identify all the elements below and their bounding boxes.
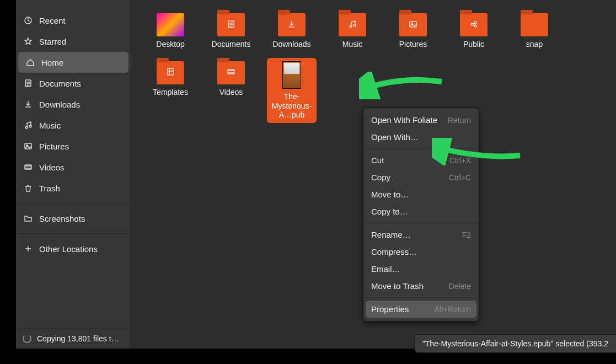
folder-icon (24, 214, 33, 223)
file-item[interactable]: Downloads (267, 10, 317, 52)
menu-item-shortcut: Return (448, 116, 471, 125)
menu-item-label: Move to… (371, 190, 409, 199)
file-label: Desktop (156, 40, 184, 49)
svg-point-3 (29, 125, 31, 127)
svg-point-8 (350, 25, 352, 28)
main-area[interactable]: DesktopDocumentsDownloadsMusicPicturesPu… (131, 0, 616, 349)
sidebar-item-trash[interactable]: Trash (16, 178, 131, 199)
menu-item-label: Properties (371, 304, 409, 314)
menu-item[interactable]: Open With… (363, 129, 479, 146)
menu-item-shortcut: Ctrl+X (449, 156, 471, 165)
sidebar-item-home[interactable]: Home (18, 52, 128, 73)
sidebar-item-music[interactable]: Music (16, 115, 131, 136)
menu-separator (363, 223, 479, 223)
menu-item-label: Cut (371, 156, 384, 165)
file-item[interactable]: The-Mysterious-A…pub (267, 58, 317, 123)
menu-separator (363, 148, 479, 149)
sidebar-item-label: Screenshots (39, 214, 85, 223)
svg-rect-15 (168, 68, 173, 75)
sidebar-item-label: Other Locations (39, 244, 98, 254)
copy-status: Copying 13,801 files t… (16, 328, 131, 349)
sidebar-item-label: Downloads (39, 100, 80, 109)
menu-item[interactable]: Copy to… (363, 203, 479, 220)
doc-icon (24, 79, 33, 88)
file-label: snap (526, 40, 543, 49)
video-icon (24, 163, 33, 172)
svg-point-14 (474, 25, 476, 27)
menu-item[interactable]: CopyCtrl+C (363, 169, 479, 186)
context-menu: Open With FoliateReturnOpen With…CutCtrl… (363, 108, 479, 322)
menu-item-shortcut: Alt+Return (434, 305, 471, 314)
sidebar-item-label: Starred (39, 37, 66, 46)
folder-icon (217, 61, 245, 84)
spinner-icon (23, 334, 31, 343)
folder-icon (339, 13, 366, 36)
sidebar-item-downloads[interactable]: Downloads (16, 94, 131, 115)
menu-item-shortcut: F2 (462, 231, 471, 239)
sidebar-item-screenshots[interactable]: Screenshots (16, 208, 131, 229)
menu-item-label: Email… (371, 264, 400, 274)
menu-item[interactable]: Move to TrashDelete (363, 277, 479, 295)
menu-separator (363, 297, 479, 298)
clock-icon (24, 16, 33, 25)
menu-item[interactable]: Move to… (363, 186, 479, 203)
folder-icon (278, 13, 306, 36)
selection-status-text: "The-Mysterious-Affair-at-Styles.epub" s… (422, 339, 608, 348)
file-label: Templates (153, 88, 188, 97)
menu-item[interactable]: Rename…F2 (363, 226, 479, 243)
trash-icon (24, 184, 33, 192)
sidebar-item-label: Documents (39, 79, 81, 88)
file-label: The-Mysterious-A…pub (268, 92, 315, 120)
menu-item[interactable]: Open With FoliateReturn (363, 111, 479, 129)
menu-item-label: Copy (371, 173, 390, 182)
menu-item[interactable]: PropertiesAlt+Return (366, 301, 476, 318)
selection-status-bar: "The-Mysterious-Affair-at-Styles.epub" s… (414, 334, 616, 353)
download-icon (24, 100, 33, 109)
copy-status-text: Copying 13,801 files t… (37, 334, 119, 343)
sidebar-item-recent[interactable]: Recent (16, 10, 131, 31)
sidebar-item-label: Recent (39, 16, 66, 25)
file-item[interactable]: snap (510, 10, 559, 52)
menu-item-shortcut: Ctrl+C (449, 173, 471, 182)
svg-point-2 (25, 126, 28, 129)
plus-icon (24, 244, 33, 253)
picture-icon (24, 142, 33, 151)
sidebar-item-other-locations[interactable]: Other Locations (16, 238, 131, 259)
sidebar-item-label: Pictures (39, 142, 69, 151)
sidebar-item-starred[interactable]: Starred (16, 31, 131, 52)
menu-item[interactable]: Compress… (363, 243, 479, 260)
file-manager-window: RecentStarredHomeDocumentsDownloadsMusic… (16, 0, 616, 349)
menu-item[interactable]: Email… (363, 260, 479, 277)
file-item[interactable]: Documents (206, 10, 256, 52)
file-item[interactable]: Desktop (146, 10, 195, 52)
file-item[interactable]: Pictures (388, 10, 438, 52)
menu-item-label: Compress… (371, 247, 417, 256)
file-item[interactable]: Templates (146, 58, 195, 123)
file-item[interactable]: Music (328, 10, 377, 52)
sidebar-item-documents[interactable]: Documents (16, 73, 131, 94)
file-label: Pictures (399, 40, 427, 49)
folder-icon (460, 13, 488, 36)
menu-item-label: Open With… (371, 132, 419, 142)
svg-rect-6 (25, 165, 31, 169)
svg-point-13 (474, 22, 476, 24)
file-label: Music (342, 40, 363, 49)
file-label: Public (463, 40, 484, 49)
folder-icon (157, 61, 184, 84)
epub-thumbnail (282, 61, 301, 89)
file-item[interactable]: Public (449, 10, 499, 52)
menu-item[interactable]: CutCtrl+X (363, 152, 479, 169)
file-item[interactable]: Videos (206, 58, 256, 123)
menu-item-label: Move to Trash (371, 281, 424, 291)
sidebar-item-label: Music (39, 121, 61, 130)
sidebar-places: RecentStarredHomeDocumentsDownloadsMusic… (16, 0, 131, 328)
sidebar-item-videos[interactable]: Videos (16, 157, 131, 178)
folder-icon (521, 13, 548, 36)
menu-item-shortcut: Delete (449, 282, 471, 291)
star-icon (24, 37, 33, 46)
file-grid[interactable]: DesktopDocumentsDownloadsMusicPicturesPu… (137, 10, 610, 123)
sidebar-item-pictures[interactable]: Pictures (16, 136, 131, 157)
menu-item-label: Copy to… (371, 207, 408, 216)
sidebar-item-label: Trash (39, 184, 60, 193)
sidebar-item-label: Home (41, 58, 63, 67)
